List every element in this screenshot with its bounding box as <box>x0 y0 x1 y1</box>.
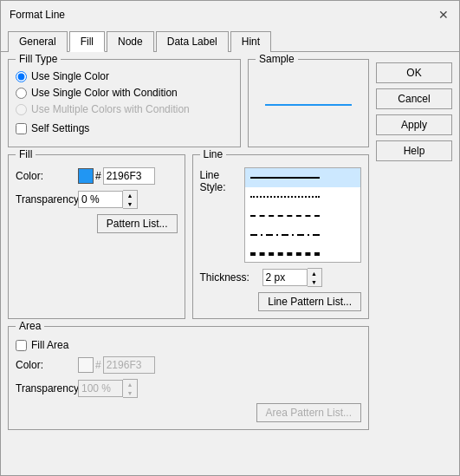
fill-group: Fill Color: # Transparency: ▲ <box>8 154 185 319</box>
area-transparency-spinner: ▲ ▼ <box>78 379 138 398</box>
line-style-long-dash[interactable] <box>245 245 360 263</box>
format-line-dialog: Format Line ✕ General Fill Node Data Lab… <box>0 0 460 476</box>
line-style-dash-dot[interactable] <box>245 225 360 245</box>
help-button[interactable]: Help <box>376 140 452 161</box>
sample-title: Sample <box>256 53 298 65</box>
radio-single-color-condition[interactable] <box>16 88 27 99</box>
line-title: Line <box>200 148 227 160</box>
title-bar: Format Line ✕ <box>1 1 459 27</box>
apply-button[interactable]: Apply <box>376 114 452 135</box>
fill-color-input[interactable] <box>103 167 155 185</box>
pattern-list-button[interactable]: Pattern List... <box>97 214 178 233</box>
radio-single-color[interactable] <box>16 71 27 82</box>
line-thickness-up[interactable]: ▲ <box>308 269 321 277</box>
line-thickness-label: Thickness: <box>200 271 262 284</box>
tab-node[interactable]: Node <box>107 31 154 52</box>
line-thickness-row: Thickness: ▲ ▼ <box>200 268 362 287</box>
self-settings-checkbox[interactable] <box>16 123 27 134</box>
fill-transparency-buttons: ▲ ▼ <box>123 190 138 209</box>
line-thickness-buttons: ▲ ▼ <box>308 268 322 287</box>
radio-multi-color-row: Use Multiple Colors with Condition <box>16 103 233 115</box>
area-title: Area <box>16 320 44 332</box>
fill-transparency-spinner: ▲ ▼ <box>78 190 138 209</box>
tab-fill[interactable]: Fill <box>69 31 105 52</box>
line-thickness-spinner: ▲ ▼ <box>262 268 322 287</box>
fill-transparency-row: Transparency: ▲ ▼ <box>16 190 178 209</box>
line-style-dotted[interactable] <box>245 187 360 206</box>
radio-single-color-row: Use Single Color <box>16 70 233 82</box>
fill-transparency-down[interactable]: ▼ <box>123 199 137 208</box>
area-color-input[interactable] <box>103 356 155 374</box>
line-style-list[interactable] <box>244 167 361 263</box>
line-style-row: Line Style: <box>200 167 362 263</box>
area-transparency-buttons: ▲ ▼ <box>123 379 138 398</box>
cancel-button[interactable]: Cancel <box>376 88 452 109</box>
fill-area-checkbox[interactable] <box>16 340 27 351</box>
area-pattern-list-button[interactable]: Area Pattern List... <box>256 403 361 422</box>
fill-type-title: Fill Type <box>16 53 61 65</box>
area-group: Area Fill Area Color: # Transparency: <box>8 326 369 430</box>
area-color-swatch[interactable] <box>78 357 94 373</box>
fill-transparency-input[interactable] <box>78 191 123 208</box>
line-style-solid[interactable] <box>245 168 360 187</box>
area-transparency-down[interactable]: ▼ <box>123 388 137 397</box>
right-button-panel: OK Cancel Apply Help <box>376 59 452 468</box>
fill-type-group: Fill Type Use Single Color Use Single Co… <box>8 59 241 147</box>
sample-line <box>265 104 352 106</box>
sample-content <box>256 70 361 140</box>
fill-title: Fill <box>16 148 36 160</box>
sample-group: Sample <box>248 59 369 147</box>
tab-hint[interactable]: Hint <box>230 31 271 52</box>
fill-transparency-up[interactable]: ▲ <box>123 191 137 199</box>
radio-condition-row: Use Single Color with Condition <box>16 87 233 99</box>
fill-color-swatch[interactable] <box>78 168 94 184</box>
area-transparency-label: Transparency: <box>16 382 78 394</box>
fill-transparency-label: Transparency: <box>16 193 78 205</box>
line-style-dashed-sm[interactable] <box>245 206 360 225</box>
middle-row: Fill Color: # Transparency: ▲ <box>8 154 369 319</box>
self-settings-row: Self Settings <box>16 122 233 134</box>
area-color-label: Color: <box>16 359 78 371</box>
line-pattern-list-button[interactable]: Line Pattern List... <box>258 292 361 311</box>
ok-button[interactable]: OK <box>376 62 452 83</box>
tab-general[interactable]: General <box>8 31 68 52</box>
fill-area-row: Fill Area <box>16 339 361 351</box>
area-transparency-row: Transparency: ▲ ▼ <box>16 379 361 398</box>
area-btn-row: Area Pattern List... <box>16 403 361 422</box>
fill-color-label: Color: <box>16 170 78 182</box>
line-group: Line Line Style: <box>192 154 370 319</box>
line-thickness-input[interactable] <box>262 269 308 286</box>
close-button[interactable]: ✕ <box>435 6 452 23</box>
area-color-row: Color: # <box>16 356 361 374</box>
radio-multi-color[interactable] <box>16 104 27 115</box>
area-transparency-up[interactable]: ▲ <box>123 380 137 388</box>
tab-bar: General Fill Node Data Label Hint <box>1 27 459 52</box>
line-style-label: Line Style: <box>200 167 245 193</box>
fill-color-row: Color: # <box>16 167 178 185</box>
line-thickness-down[interactable]: ▼ <box>308 277 321 286</box>
tab-data-label[interactable]: Data Label <box>156 31 229 52</box>
area-transparency-input[interactable] <box>78 380 123 397</box>
dialog-title: Format Line <box>10 9 65 21</box>
